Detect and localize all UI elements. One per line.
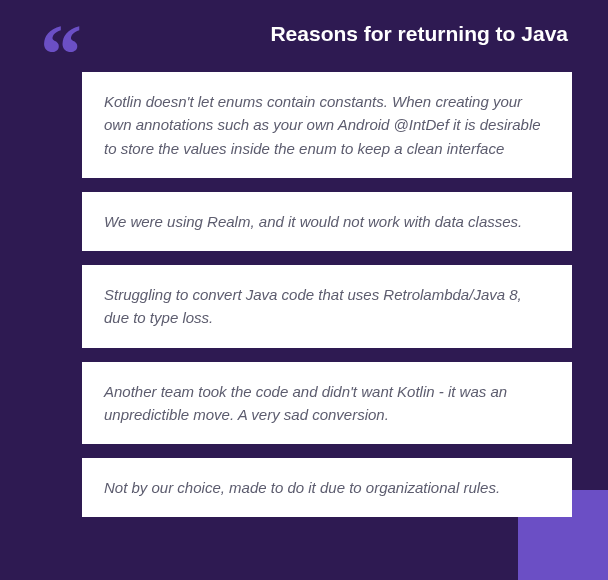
page-title: Reasons for returning to Java (0, 0, 608, 46)
quote-list: Kotlin doesn't let enums contain constan… (0, 72, 608, 517)
quote-text: Kotlin doesn't let enums contain constan… (104, 90, 550, 160)
list-item: Kotlin doesn't let enums contain constan… (82, 72, 572, 178)
quote-text: We were using Realm, and it would not wo… (104, 210, 550, 233)
quote-text: Another team took the code and didn't wa… (104, 380, 550, 427)
quote-text: Struggling to convert Java code that use… (104, 283, 550, 330)
list-item: We were using Realm, and it would not wo… (82, 192, 572, 251)
list-item: Another team took the code and didn't wa… (82, 362, 572, 445)
list-item: Struggling to convert Java code that use… (82, 265, 572, 348)
quote-text: Not by our choice, made to do it due to … (104, 476, 550, 499)
list-item: Not by our choice, made to do it due to … (82, 458, 572, 517)
